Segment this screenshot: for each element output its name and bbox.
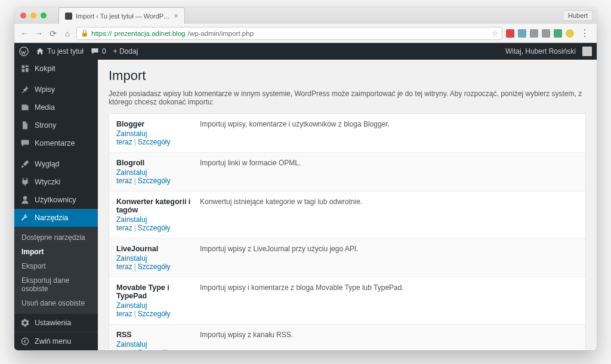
admin-sidebar: Kokpit WpisyMediaStronyKomentarzeWyglądW… bbox=[14, 60, 98, 350]
extension-icons bbox=[506, 29, 574, 38]
address-bar[interactable]: 🔒 https://prezentacja.adinet.blog/wp-adm… bbox=[76, 27, 502, 40]
home-button[interactable]: ⌂ bbox=[62, 28, 73, 39]
importer-name: LiveJournal bbox=[116, 245, 200, 253]
adminbar-new[interactable]: + Dodaj bbox=[113, 47, 138, 55]
importer-row: BlogrollZainstaluj teraz|SzczegółyImport… bbox=[109, 152, 585, 191]
adminbar-account[interactable]: Witaj, Hubert Rosiński bbox=[505, 47, 592, 56]
sidebar-item-users[interactable]: Użytkownicy bbox=[14, 191, 98, 209]
tools-submenu: Dostępne narzędziaImportEksportEksportuj… bbox=[14, 227, 98, 314]
collapse-icon bbox=[20, 337, 30, 346]
sidebar-item-label: Strony bbox=[35, 121, 56, 129]
zoom-window-button[interactable] bbox=[41, 13, 47, 18]
sidebar-item-posts[interactable]: Wpisy bbox=[14, 81, 98, 98]
page-viewport: Tu jest tytuł 0 + Dodaj Witaj, Hubert Ro… bbox=[14, 43, 597, 350]
extension-icon[interactable] bbox=[506, 29, 514, 38]
importer-row: BloggerZainstaluj teraz|SzczegółyImportu… bbox=[109, 114, 585, 152]
bookmark-star-icon[interactable]: ☆ bbox=[492, 29, 498, 38]
browser-tab[interactable]: Import ‹ Tu jest tytuł — WordP… × bbox=[58, 7, 185, 24]
plug-icon bbox=[20, 177, 30, 187]
wordpress-logo-icon[interactable] bbox=[19, 47, 29, 56]
main-content: Import Jeżeli posiadasz wpisy lub koment… bbox=[98, 60, 597, 350]
importer-description: Importuj wpisy z kanału RSS. bbox=[200, 331, 578, 350]
comment-icon bbox=[20, 138, 30, 148]
sidebar-item-settings[interactable]: Ustawienia bbox=[14, 314, 98, 332]
details-link[interactable]: Szczegóły bbox=[138, 263, 171, 271]
adminbar-greeting: Witaj, Hubert Rosiński bbox=[505, 47, 576, 55]
sidebar-item-label: Wygląd bbox=[35, 160, 60, 168]
sidebar-item-media[interactable]: Media bbox=[14, 98, 98, 116]
sidebar-item-comments[interactable]: Komentarze bbox=[14, 134, 98, 152]
close-window-button[interactable] bbox=[20, 13, 26, 18]
comment-icon bbox=[91, 47, 99, 55]
adminbar-site-title: Tu jest tytuł bbox=[47, 47, 84, 55]
details-link[interactable]: Szczegóły bbox=[138, 348, 171, 350]
tools-submenu-item[interactable]: Eksportuj dane osobiste bbox=[14, 273, 98, 296]
settings-icon bbox=[20, 318, 30, 328]
importer-name: Movable Type i TypePad bbox=[116, 283, 200, 300]
tools-submenu-item[interactable]: Eksport bbox=[14, 259, 98, 273]
tools-submenu-item[interactable]: Dostępne narzędzia bbox=[14, 230, 98, 245]
avatar bbox=[582, 47, 592, 56]
tools-submenu-item[interactable]: Usuń dane osobiste bbox=[14, 296, 98, 310]
sidebar-item-pages[interactable]: Strony bbox=[14, 116, 98, 134]
forward-button[interactable]: → bbox=[33, 28, 44, 39]
sidebar-item-dashboard[interactable]: Kokpit bbox=[14, 60, 98, 78]
details-link[interactable]: Szczegóły bbox=[138, 177, 171, 185]
url-host: prezentacja.adinet.blog bbox=[115, 30, 186, 37]
sidebar-item-label: Komentarze bbox=[35, 139, 75, 147]
browser-window: Import ‹ Tu jest tytuł — WordP… × Hubert… bbox=[14, 7, 597, 350]
url-scheme: https:// bbox=[91, 30, 112, 37]
svg-point-1 bbox=[21, 338, 28, 344]
pin-icon bbox=[20, 85, 30, 94]
importer-row: LiveJournalZainstaluj teraz|SzczegółyImp… bbox=[109, 238, 585, 277]
importer-description: Importuj wpisy, komentarze i użytkownikó… bbox=[200, 120, 578, 146]
sidebar-item-label: Media bbox=[35, 103, 55, 112]
dashboard-icon bbox=[20, 64, 30, 73]
sidebar-item-tools[interactable]: Narzędzia bbox=[14, 209, 98, 227]
extension-icon[interactable] bbox=[554, 29, 562, 38]
tab-title: Import ‹ Tu jest tytuł — WordP… bbox=[76, 13, 170, 20]
sidebar-item-appearance[interactable]: Wygląd bbox=[14, 155, 98, 173]
importers-table: BloggerZainstaluj teraz|SzczegółyImportu… bbox=[109, 113, 586, 350]
tab-close-button[interactable]: × bbox=[174, 11, 178, 20]
collapse-menu[interactable]: Zwiń menu bbox=[14, 332, 98, 350]
url-path: /wp-admin/import.php bbox=[187, 30, 254, 37]
extension-icon[interactable] bbox=[530, 29, 538, 38]
back-button[interactable]: ← bbox=[19, 28, 30, 39]
details-link[interactable]: Szczegóły bbox=[138, 224, 171, 232]
importer-description: Konwertuj istniejące kategorie w tagi lu… bbox=[200, 198, 578, 232]
sidebar-item-plugins[interactable]: Wtyczki bbox=[14, 173, 98, 191]
favicon-icon bbox=[65, 13, 72, 20]
browser-menu-button[interactable]: ⋮ bbox=[578, 27, 592, 39]
details-link[interactable]: Szczegóły bbox=[138, 138, 171, 146]
extension-icon[interactable] bbox=[542, 29, 550, 38]
details-link[interactable]: Szczegóły bbox=[138, 310, 171, 318]
sidebar-item-label: Kokpit bbox=[35, 64, 55, 73]
reload-button[interactable]: ⟳ bbox=[48, 28, 58, 39]
importer-description: Importuj wpisy z LiveJournal przy użyciu… bbox=[200, 245, 578, 271]
profile-chip[interactable]: Hubert bbox=[563, 10, 593, 21]
tools-submenu-item[interactable]: Import bbox=[14, 245, 98, 259]
collapse-label: Zwiń menu bbox=[35, 337, 71, 346]
browser-toolbar: ← → ⟳ ⌂ 🔒 https://prezentacja.adinet.blo… bbox=[14, 24, 597, 43]
importer-name: Blogroll bbox=[116, 159, 200, 167]
home-icon bbox=[36, 47, 44, 55]
sidebar-item-label: Wtyczki bbox=[35, 178, 60, 186]
importer-description: Importuj linki w formacie OPML. bbox=[200, 159, 578, 185]
adminbar-site-link[interactable]: Tu jest tytuł bbox=[36, 47, 84, 55]
sidebar-item-label: Wpisy bbox=[35, 85, 55, 94]
page-icon bbox=[20, 121, 30, 130]
adminbar-new-label: + Dodaj bbox=[113, 47, 138, 55]
extension-icon[interactable] bbox=[518, 29, 526, 38]
adminbar-comments[interactable]: 0 bbox=[91, 47, 106, 55]
extension-icon[interactable] bbox=[566, 29, 574, 38]
brush-icon bbox=[20, 159, 30, 169]
sidebar-item-label: Ustawienia bbox=[35, 319, 71, 327]
minimize-window-button[interactable] bbox=[30, 13, 36, 18]
page-title: Import bbox=[109, 68, 586, 84]
importer-name: RSS bbox=[116, 331, 200, 339]
importer-row: Konwerter kategorii i tagówZainstaluj te… bbox=[109, 191, 585, 238]
importer-row: Movable Type i TypePadZainstaluj teraz|S… bbox=[109, 277, 585, 324]
user-icon bbox=[20, 195, 30, 205]
importer-name: Konwerter kategorii i tagów bbox=[116, 198, 200, 214]
